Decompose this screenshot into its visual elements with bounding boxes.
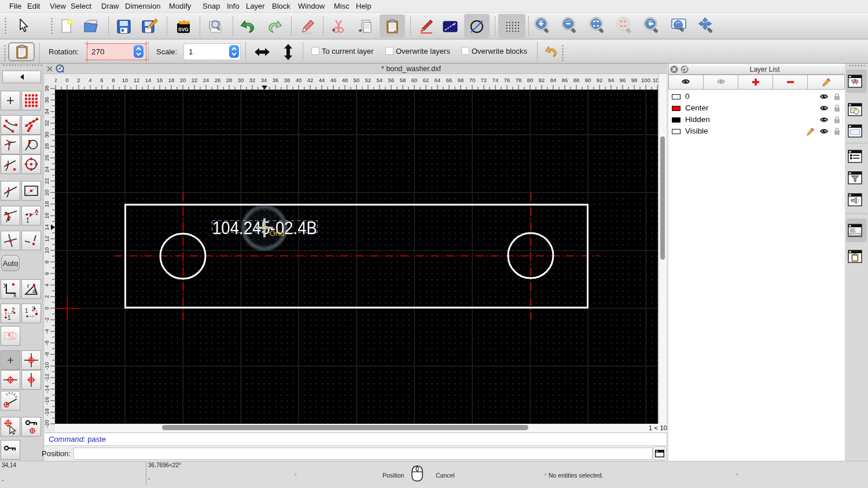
svg-text:42: 42 bbox=[307, 77, 314, 83]
svg-text:66: 66 bbox=[446, 77, 453, 83]
svg-text:2: 2 bbox=[77, 77, 80, 83]
svg-text:52: 52 bbox=[365, 77, 372, 83]
svg-text:48: 48 bbox=[342, 77, 348, 83]
svg-text:86: 86 bbox=[562, 77, 568, 83]
svg-text:2: 2 bbox=[45, 295, 50, 298]
svg-text:70: 70 bbox=[469, 77, 476, 83]
svg-text:4: 4 bbox=[89, 77, 91, 83]
svg-text:50: 50 bbox=[354, 77, 360, 83]
svg-text:96: 96 bbox=[620, 77, 626, 83]
svg-text:92: 92 bbox=[597, 77, 603, 83]
svg-text:12: 12 bbox=[45, 236, 50, 242]
svg-text:88: 88 bbox=[573, 77, 580, 83]
svg-text:84: 84 bbox=[550, 77, 557, 83]
svg-text:-12: -12 bbox=[45, 374, 50, 382]
svg-text:16: 16 bbox=[45, 213, 50, 219]
svg-text:a: a bbox=[32, 287, 36, 294]
svg-text:38: 38 bbox=[284, 77, 290, 83]
svg-text:68: 68 bbox=[458, 77, 464, 83]
svg-text:30: 30 bbox=[45, 132, 50, 138]
svg-text:6: 6 bbox=[100, 77, 103, 83]
svg-text:-18: -18 bbox=[45, 408, 50, 416]
svg-text:62: 62 bbox=[423, 77, 429, 83]
svg-text:-4: -4 bbox=[45, 329, 50, 334]
svg-text:72: 72 bbox=[481, 77, 487, 83]
svg-text:8: 8 bbox=[112, 77, 115, 83]
svg-text:12: 12 bbox=[134, 77, 140, 83]
svg-text:1: 1 bbox=[25, 308, 28, 314]
svg-text:80: 80 bbox=[527, 77, 534, 83]
svg-text:8: 8 bbox=[45, 260, 50, 263]
svg-text:46: 46 bbox=[330, 77, 337, 83]
svg-text:28: 28 bbox=[45, 143, 50, 150]
svg-text:-6: -6 bbox=[45, 341, 50, 345]
svg-text:76: 76 bbox=[504, 77, 510, 83]
svg-text:16: 16 bbox=[157, 77, 163, 83]
svg-text:6: 6 bbox=[45, 272, 50, 275]
svg-text:56: 56 bbox=[388, 77, 395, 83]
svg-text:74: 74 bbox=[492, 77, 499, 83]
svg-text:64: 64 bbox=[435, 77, 441, 83]
svg-text:102: 102 bbox=[653, 77, 658, 83]
svg-text:-8: -8 bbox=[45, 352, 50, 357]
svg-text:60: 60 bbox=[411, 77, 418, 83]
svg-text:38: 38 bbox=[45, 86, 50, 92]
svg-text:78: 78 bbox=[516, 77, 522, 83]
svg-text:1: 1 bbox=[26, 217, 30, 224]
svg-text:32: 32 bbox=[45, 120, 50, 127]
svg-text:14: 14 bbox=[45, 224, 50, 231]
svg-text:x: x bbox=[13, 291, 17, 298]
svg-text:22: 22 bbox=[192, 77, 198, 83]
svg-text:36: 36 bbox=[273, 77, 279, 83]
svg-text:26: 26 bbox=[215, 77, 221, 83]
svg-text:30: 30 bbox=[238, 77, 244, 83]
svg-text:0: 0 bbox=[65, 77, 68, 83]
svg-text:10: 10 bbox=[122, 77, 128, 83]
svg-text:36: 36 bbox=[45, 97, 50, 103]
svg-text:28: 28 bbox=[226, 77, 233, 83]
svg-text:-20: -20 bbox=[45, 420, 50, 428]
svg-text:2: 2 bbox=[55, 77, 57, 83]
svg-text:20: 20 bbox=[180, 77, 186, 83]
svg-text:22: 22 bbox=[45, 178, 50, 184]
svg-text:44: 44 bbox=[319, 77, 325, 83]
svg-text:34: 34 bbox=[45, 109, 50, 115]
svg-text:18: 18 bbox=[45, 201, 50, 208]
svg-text:94: 94 bbox=[608, 77, 615, 83]
svg-text:Grid: Grid bbox=[270, 229, 285, 238]
svg-text:1: 1 bbox=[8, 315, 11, 321]
svg-text:90: 90 bbox=[585, 77, 591, 83]
svg-text:-10: -10 bbox=[45, 362, 50, 370]
svg-text:18: 18 bbox=[168, 77, 175, 83]
svg-text:34: 34 bbox=[261, 77, 267, 83]
svg-text:2: 2 bbox=[32, 306, 35, 312]
svg-text:82: 82 bbox=[539, 77, 545, 83]
svg-text:20: 20 bbox=[45, 190, 50, 196]
svg-text:y: y bbox=[3, 281, 7, 288]
svg-text:10: 10 bbox=[45, 247, 50, 254]
svg-text:100: 100 bbox=[641, 77, 650, 83]
svg-text:SVG: SVG bbox=[178, 27, 189, 32]
svg-text:0: 0 bbox=[45, 306, 50, 309]
svg-text:24: 24 bbox=[45, 167, 50, 173]
svg-text:4: 4 bbox=[45, 283, 50, 286]
svg-text:32: 32 bbox=[249, 77, 256, 83]
svg-text:2: 2 bbox=[12, 307, 15, 313]
svg-text:-2: -2 bbox=[45, 317, 50, 322]
svg-text:58: 58 bbox=[400, 77, 406, 83]
svg-text:-16: -16 bbox=[45, 397, 50, 405]
svg-text:26: 26 bbox=[45, 155, 50, 161]
svg-text:14: 14 bbox=[145, 77, 152, 83]
svg-text:54: 54 bbox=[377, 77, 383, 83]
svg-text:98: 98 bbox=[631, 77, 638, 83]
svg-text:r: r bbox=[27, 282, 30, 289]
svg-text:-14: -14 bbox=[45, 385, 50, 393]
svg-text:40: 40 bbox=[296, 77, 302, 83]
svg-text:24: 24 bbox=[203, 77, 209, 83]
